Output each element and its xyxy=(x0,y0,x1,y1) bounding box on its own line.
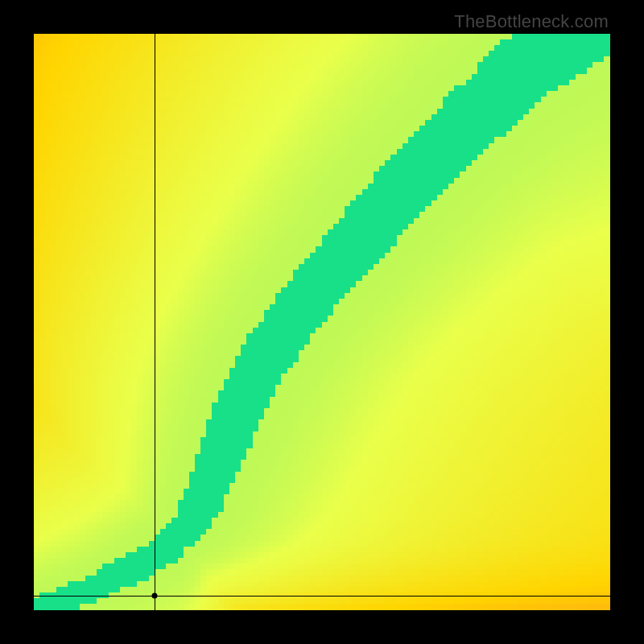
crosshair-vertical xyxy=(155,34,155,610)
plot-area xyxy=(34,34,610,610)
crosshair-point xyxy=(152,593,158,599)
chart-frame: TheBottleneck.com xyxy=(0,0,644,644)
crosshair-horizontal xyxy=(34,596,610,597)
watermark-text: TheBottleneck.com xyxy=(454,11,609,32)
heatmap-canvas xyxy=(34,34,610,610)
